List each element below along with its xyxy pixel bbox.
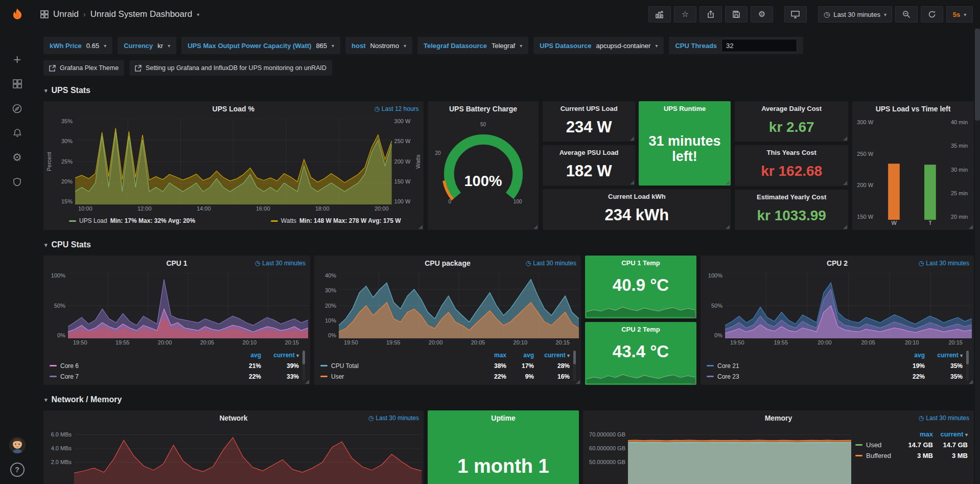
panel-title[interactable]: UPS Battery Charge bbox=[449, 105, 517, 113]
variable-currency[interactable]: Currency kr ▾ bbox=[118, 37, 176, 54]
cpu2-chart[interactable] bbox=[725, 273, 972, 338]
panel-time-override[interactable]: ◷ Last 30 minutes bbox=[255, 260, 306, 267]
user-avatar[interactable] bbox=[9, 437, 26, 453]
series-name[interactable]: Core 7 bbox=[60, 373, 79, 380]
panel-title[interactable]: Current Load kWh bbox=[543, 193, 731, 200]
server-admin-shield-icon[interactable] bbox=[10, 175, 25, 189]
cycle-view-button[interactable] bbox=[784, 6, 807, 22]
series-name[interactable]: Core 23 bbox=[717, 373, 739, 380]
panel-resize-handle[interactable] bbox=[969, 225, 973, 229]
legend-col-current[interactable]: current ▾ bbox=[261, 352, 299, 359]
legend-col-avg[interactable]: avg bbox=[230, 352, 261, 359]
breadcrumb-app[interactable]: Unraid bbox=[53, 9, 79, 19]
legend-scrollbar[interactable] bbox=[302, 351, 305, 381]
share-button[interactable] bbox=[699, 6, 722, 22]
section-ups-stats[interactable]: ▾ UPS Stats bbox=[44, 86, 974, 95]
panel-resize-handle[interactable] bbox=[843, 181, 847, 185]
legend-col-avg[interactable]: avg bbox=[506, 352, 534, 359]
create-plus-icon[interactable]: + bbox=[10, 52, 25, 66]
panel-resize-handle[interactable] bbox=[843, 136, 847, 141]
panel-title[interactable]: Estimated Yearly Cost bbox=[735, 193, 848, 201]
panel-resize-handle[interactable] bbox=[843, 225, 847, 229]
variable-kwh-price[interactable]: kWh Price 0.65 ▾ bbox=[43, 37, 112, 54]
panel-title[interactable]: Average Daily Cost bbox=[735, 105, 848, 112]
dashboards-icon[interactable] bbox=[10, 77, 25, 91]
panel-time-override[interactable]: ◷ Last 30 minutes bbox=[919, 260, 969, 267]
legend-col-max[interactable]: max bbox=[479, 352, 506, 359]
network-chart[interactable] bbox=[74, 428, 422, 484]
panel-resize-handle[interactable] bbox=[726, 180, 730, 185]
cpu-package-chart[interactable] bbox=[339, 273, 579, 338]
panel-resize-handle[interactable] bbox=[691, 380, 695, 384]
legend-col-current[interactable]: current ▾ bbox=[933, 430, 968, 438]
panel-resize-handle[interactable] bbox=[630, 180, 634, 185]
chevron-down-icon[interactable]: ▾ bbox=[197, 12, 199, 17]
section-network-memory[interactable]: ▾ Network / Memory bbox=[44, 395, 974, 404]
cpu1-chart[interactable] bbox=[68, 273, 308, 338]
refresh-interval-picker[interactable]: 5s ▾ bbox=[946, 6, 973, 22]
dashboard-settings-button[interactable]: ⚙ bbox=[751, 6, 773, 22]
variable-telegraf-datasource[interactable]: Telegraf Datasource Telegraf ▾ bbox=[417, 37, 528, 54]
link-ups-monitoring-guide[interactable]: Setting up Grafana and InfluxDB for UPS … bbox=[129, 60, 332, 76]
panel-resize-handle[interactable] bbox=[305, 380, 309, 384]
variable-ups-max-output[interactable]: UPS Max Output Power Capacity (Watt) 865… bbox=[181, 37, 340, 54]
series-name[interactable]: CPU Total bbox=[331, 362, 359, 370]
panel-resize-handle[interactable] bbox=[418, 225, 423, 229]
series-name[interactable]: Core 6 bbox=[60, 362, 79, 370]
panel-title[interactable]: Network bbox=[219, 414, 247, 422]
series-name[interactable]: UPS Load bbox=[79, 217, 107, 224]
panel-title[interactable]: UPS Load % bbox=[213, 105, 254, 113]
panel-resize-handle[interactable] bbox=[533, 225, 538, 229]
help-icon[interactable]: ? bbox=[10, 463, 25, 477]
cpu-threads-input[interactable] bbox=[721, 39, 797, 52]
panel-title[interactable]: CPU package bbox=[425, 259, 470, 267]
panel-time-override[interactable]: ◷ Last 30 minutes bbox=[526, 260, 576, 267]
section-cpu-stats[interactable]: ▾ CPU Stats bbox=[44, 240, 974, 249]
panel-title[interactable]: Current UPS Load bbox=[543, 105, 635, 112]
explore-compass-icon[interactable] bbox=[10, 101, 25, 116]
panel-title[interactable]: CPU 1 bbox=[166, 259, 187, 267]
legend-scrollbar[interactable] bbox=[966, 351, 969, 381]
panel-time-override[interactable]: ◷ Last 12 hours bbox=[374, 105, 418, 112]
panel-title[interactable]: UPS Runtime bbox=[639, 105, 731, 112]
panel-title[interactable]: Memory bbox=[765, 414, 792, 422]
panel-resize-handle[interactable] bbox=[691, 313, 695, 317]
scrollbar-thumb[interactable] bbox=[975, 29, 980, 121]
panel-title[interactable]: CPU 2 bbox=[827, 259, 848, 267]
page-scrollbar[interactable] bbox=[975, 29, 980, 484]
panel-title[interactable]: CPU 1 Temp bbox=[585, 259, 696, 267]
series-name[interactable]: Used bbox=[866, 441, 881, 449]
panel-time-override[interactable]: ◷ Last 30 minutes bbox=[368, 414, 419, 422]
alerting-bell-icon[interactable] bbox=[10, 126, 25, 140]
series-name[interactable]: Buffered bbox=[866, 452, 891, 459]
zoom-out-button[interactable] bbox=[895, 6, 918, 22]
panel-title[interactable]: UPS Load vs Time left bbox=[876, 105, 951, 113]
add-panel-button[interactable] bbox=[648, 6, 671, 22]
legend-col-current[interactable]: current ▾ bbox=[534, 352, 570, 359]
legend-col-avg[interactable]: avg bbox=[894, 352, 925, 359]
panel-resize-handle[interactable] bbox=[630, 136, 634, 141]
series-name[interactable]: User bbox=[331, 373, 344, 380]
breadcrumb-page[interactable]: Unraid System Dashboard bbox=[90, 9, 192, 19]
panel-title[interactable]: This Years Cost bbox=[735, 149, 848, 156]
link-grafana-plex-theme[interactable]: Grafana Plex Theme bbox=[43, 60, 124, 76]
load-vs-time-chart[interactable] bbox=[876, 120, 948, 220]
dashboard-grid-icon[interactable] bbox=[40, 10, 49, 18]
panel-title[interactable]: CPU 2 Temp bbox=[585, 326, 696, 333]
panel-resize-handle[interactable] bbox=[969, 380, 973, 384]
panel-time-override[interactable]: ◷ Last 30 minutes bbox=[919, 414, 969, 422]
variable-host[interactable]: host Nostromo ▾ bbox=[345, 37, 412, 54]
grafana-logo[interactable] bbox=[8, 7, 27, 26]
series-name[interactable]: Core 21 bbox=[717, 362, 739, 370]
variable-ups-datasource[interactable]: UPS Datasource apcupsd-container ▾ bbox=[533, 37, 664, 54]
refresh-button[interactable] bbox=[921, 6, 943, 22]
legend-col-current[interactable]: current ▾ bbox=[925, 352, 963, 359]
series-name[interactable]: Watts bbox=[281, 217, 296, 224]
time-range-picker[interactable]: ◷ Last 30 minutes ▾ bbox=[818, 6, 892, 22]
legend-col-max[interactable]: max bbox=[898, 430, 933, 438]
legend-scrollbar[interactable] bbox=[573, 351, 576, 381]
panel-title[interactable]: Uptime bbox=[491, 414, 515, 422]
memory-chart[interactable] bbox=[628, 428, 851, 484]
star-button[interactable]: ☆ bbox=[674, 6, 696, 22]
ups-load-chart[interactable] bbox=[75, 119, 392, 204]
